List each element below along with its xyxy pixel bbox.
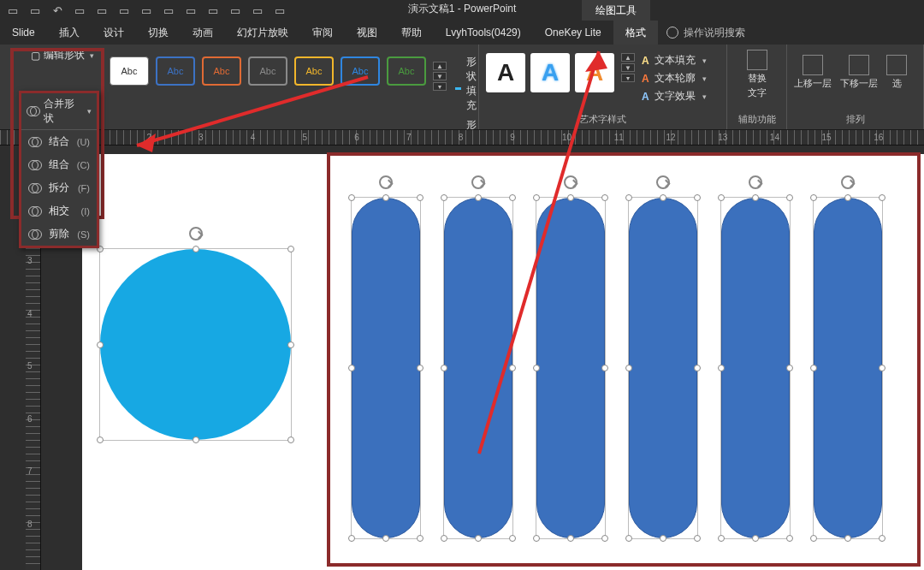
shape-pill-selection[interactable]: [351, 197, 421, 539]
tab-insert[interactable]: 插入: [47, 21, 92, 45]
resize-handle[interactable]: [382, 194, 389, 201]
resize-handle[interactable]: [718, 194, 725, 201]
resize-handle[interactable]: [879, 365, 886, 371]
shape-style-swatch[interactable]: Abc: [387, 56, 426, 86]
resize-handle[interactable]: [533, 365, 540, 371]
rotate-handle-icon[interactable]: [841, 175, 855, 189]
resize-handle[interactable]: [718, 365, 725, 371]
resize-handle[interactable]: [625, 365, 632, 371]
slide-canvas[interactable]: [82, 154, 924, 570]
tab-review[interactable]: 审阅: [300, 21, 345, 45]
alt-text-button[interactable]: 替换 文字: [747, 50, 767, 99]
merge-subtract[interactable]: 剪除 (S): [21, 223, 97, 246]
qat-icon[interactable]: ▭: [250, 3, 265, 18]
tab-design[interactable]: 设计: [92, 21, 136, 45]
tab-onekey[interactable]: OneKey Lite: [533, 21, 613, 45]
qat-icon[interactable]: ▭: [116, 3, 132, 18]
text-outline-button[interactable]: A 文本轮廓▾: [642, 71, 707, 86]
gallery-more-icon[interactable]: ▾: [621, 74, 635, 82]
merge-fragment[interactable]: 拆分 (F): [21, 176, 97, 199]
tab-lvyh[interactable]: LvyhTools(0429): [434, 21, 533, 45]
qat-icon[interactable]: ▭: [228, 3, 243, 18]
merge-union[interactable]: 结合 (U): [21, 130, 97, 153]
resize-handle[interactable]: [287, 246, 294, 252]
wordart-swatch[interactable]: A: [575, 53, 614, 92]
tab-animations[interactable]: 动画: [181, 21, 225, 45]
shape-rounded-rect[interactable]: [629, 198, 697, 538]
qat-icon[interactable]: ▭: [72, 3, 87, 18]
resize-handle[interactable]: [601, 535, 608, 542]
resize-handle[interactable]: [348, 194, 355, 201]
qat-icon[interactable]: ↶: [50, 3, 65, 18]
resize-handle[interactable]: [475, 535, 482, 542]
tab-slide[interactable]: Slide: [0, 21, 47, 45]
send-backward-button[interactable]: 下移一层: [840, 55, 878, 90]
shape-rounded-rect[interactable]: [814, 198, 882, 538]
resize-handle[interactable]: [287, 341, 294, 348]
tab-format[interactable]: 格式: [613, 21, 658, 45]
wordart-gallery[interactable]: A A A: [486, 53, 614, 104]
resize-handle[interactable]: [625, 194, 632, 201]
bring-forward-button[interactable]: 上移一层: [794, 55, 832, 90]
shape-pill-selection[interactable]: [628, 197, 698, 539]
qat-icon[interactable]: ▭: [205, 3, 221, 18]
shape-style-swatch[interactable]: Abc: [156, 56, 195, 86]
gallery-more-icon[interactable]: ▾: [433, 82, 447, 91]
qat-icon[interactable]: ▭: [139, 3, 154, 18]
shape-circle-selection[interactable]: [99, 248, 292, 441]
resize-handle[interactable]: [192, 246, 199, 252]
shape-style-swatch[interactable]: Abc: [341, 56, 380, 86]
resize-handle[interactable]: [786, 535, 793, 542]
shape-pill-selection[interactable]: [536, 197, 606, 539]
resize-handle[interactable]: [417, 194, 424, 201]
merge-shapes-header[interactable]: 合并形状 ▾: [21, 93, 97, 130]
resize-handle[interactable]: [879, 194, 886, 201]
qat-icon[interactable]: ▭: [94, 3, 110, 18]
resize-handle[interactable]: [533, 194, 540, 201]
wordart-swatch[interactable]: A: [486, 53, 525, 92]
resize-handle[interactable]: [287, 436, 294, 443]
rotate-handle-icon[interactable]: [564, 175, 578, 189]
qat-icon[interactable]: ▭: [5, 3, 21, 18]
resize-handle[interactable]: [441, 365, 447, 371]
resize-handle[interactable]: [694, 194, 701, 201]
resize-handle[interactable]: [97, 341, 104, 348]
resize-handle[interactable]: [752, 535, 759, 542]
rotate-handle-icon[interactable]: [379, 175, 393, 189]
shape-rounded-rect[interactable]: [444, 198, 512, 538]
rotate-handle-icon[interactable]: [471, 175, 485, 189]
resize-handle[interactable]: [533, 535, 540, 542]
resize-handle[interactable]: [694, 365, 701, 371]
shape-style-swatch[interactable]: Abc: [110, 56, 149, 86]
shape-rounded-rect[interactable]: [536, 198, 605, 538]
resize-handle[interactable]: [567, 194, 574, 201]
resize-handle[interactable]: [192, 436, 199, 443]
rotate-handle-icon[interactable]: [189, 227, 203, 240]
resize-handle[interactable]: [441, 194, 447, 201]
tab-transitions[interactable]: 切换: [136, 21, 181, 45]
resize-handle[interactable]: [417, 365, 424, 371]
resize-handle[interactable]: [660, 535, 666, 542]
resize-handle[interactable]: [509, 194, 516, 201]
resize-handle[interactable]: [844, 194, 851, 201]
gallery-down-icon[interactable]: ▼: [433, 72, 447, 80]
rotate-handle-icon[interactable]: [656, 175, 670, 189]
tab-slideshow[interactable]: 幻灯片放映: [225, 21, 300, 45]
resize-handle[interactable]: [786, 194, 793, 201]
merge-combine[interactable]: 组合 (C): [21, 153, 97, 176]
wordart-swatch[interactable]: A: [530, 53, 570, 92]
gallery-down-icon[interactable]: ▼: [621, 63, 635, 72]
tab-help[interactable]: 帮助: [389, 21, 434, 45]
qat-icon[interactable]: ▭: [183, 3, 198, 18]
resize-handle[interactable]: [567, 535, 574, 542]
resize-handle[interactable]: [97, 436, 104, 443]
rotate-handle-icon[interactable]: [749, 175, 762, 189]
resize-handle[interactable]: [509, 365, 516, 371]
shape-style-swatch[interactable]: Abc: [202, 56, 241, 86]
resize-handle[interactable]: [660, 194, 666, 201]
shape-pill-selection[interactable]: [813, 197, 883, 539]
gallery-up-icon[interactable]: ▲: [621, 53, 635, 62]
shape-rounded-rect[interactable]: [721, 198, 790, 538]
resize-handle[interactable]: [810, 365, 817, 371]
shape-circle[interactable]: [100, 249, 291, 440]
